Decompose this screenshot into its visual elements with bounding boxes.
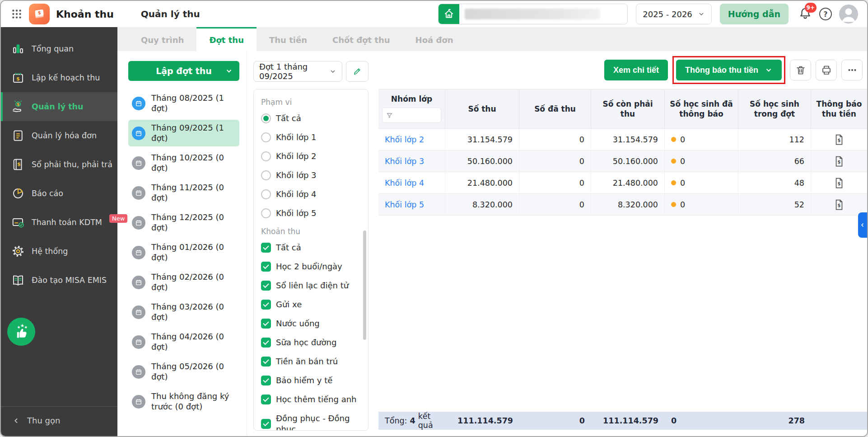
- month-item[interactable]: Tháng 10/2025 (0 đợt): [128, 150, 239, 176]
- month-item[interactable]: Thu không đăng ký trước (0 đợt): [128, 388, 239, 415]
- group-link[interactable]: Khối lớp 4: [385, 179, 424, 188]
- notifications-button[interactable]: 9+: [798, 6, 812, 22]
- sidebar-item-thanh-toan-kdtm[interactable]: Thanh toán KDTM New: [1, 208, 117, 237]
- notify-payment-label: Thông báo thu tiền: [685, 66, 758, 75]
- notify-payment-button[interactable]: Thông báo thu tiền: [676, 60, 782, 80]
- print-button[interactable]: [816, 60, 837, 80]
- edit-batch-button[interactable]: [346, 61, 369, 82]
- fee-checkbox-option[interactable]: Học 2 buổi/ngày: [261, 261, 362, 272]
- sidebar-item-dao-tao-misa-emis[interactable]: Đào tạo MISA EMIS: [1, 266, 117, 295]
- sidebar-item-bao-cao[interactable]: Báo cáo: [1, 179, 117, 208]
- scope-group-label: Phạm vi: [261, 98, 362, 107]
- month-item[interactable]: Tháng 05/2026 (0 đợt): [128, 358, 239, 385]
- sidebar-collapse-button[interactable]: Thu gọn: [1, 406, 117, 436]
- payment-notice-icon[interactable]: $: [833, 155, 845, 168]
- svg-text:$: $: [838, 203, 841, 208]
- con-phai-thu-cell: 50.160.000: [591, 150, 665, 172]
- month-item[interactable]: Tháng 04/2026 (0 đợt): [128, 329, 239, 355]
- scope-radio-option[interactable]: Tất cả: [261, 113, 362, 124]
- scope-radio-option[interactable]: Khối lớp 2: [261, 151, 362, 162]
- checkbox-label: Gửi xe: [276, 299, 302, 310]
- tab-strip: Quy trình Đợt thu Thu tiền Chốt đợt thu …: [117, 27, 867, 51]
- radio-label: Tất cả: [276, 113, 301, 124]
- tab-hoa-don[interactable]: Hoá đơn: [403, 27, 466, 51]
- calendar-icon: [132, 127, 145, 140]
- panel-collapse-tab[interactable]: [858, 212, 867, 238]
- month-item[interactable]: Tháng 03/2026 (0 đợt): [128, 299, 239, 325]
- fee-checkbox-option[interactable]: Gửi xe: [261, 299, 362, 310]
- month-item-label: Tháng 10/2025 (0 đợt): [151, 153, 236, 173]
- table-body: Khối lớp 2 31.154.579 0 31.154.579 0 112: [378, 129, 867, 216]
- radio-icon: [261, 113, 271, 123]
- table-row: Khối lớp 2 31.154.579 0 31.154.579 0 112: [378, 129, 867, 150]
- fee-checkbox-option[interactable]: Đồng phục - Đồng phục: [261, 413, 362, 431]
- fee-checkbox-option[interactable]: Sữa học đường: [261, 337, 362, 348]
- month-item[interactable]: Tháng 09/2025 (1 đợt): [128, 120, 239, 146]
- guide-button[interactable]: Hướng dẫn: [720, 4, 789, 24]
- tab-quy-trinh[interactable]: Quy trình: [128, 27, 196, 51]
- group-filter-input[interactable]: [382, 108, 441, 123]
- month-item[interactable]: Tháng 11/2025 (0 đợt): [128, 179, 239, 206]
- fee-checkbox-option[interactable]: Học thêm tiếng anh: [261, 394, 362, 405]
- sidebar-item-quan-ly-hoa-don[interactable]: Quản lý hóa đơn: [1, 121, 117, 150]
- sidebar-item-so-phai-thu-phai-tra[interactable]: $ Sổ phải thu, phải trả: [1, 150, 117, 179]
- group-link[interactable]: Khối lớp 5: [385, 200, 424, 209]
- school-selector[interactable]: [438, 4, 628, 24]
- tab-chot-dot-thu[interactable]: Chốt đợt thu: [320, 27, 403, 51]
- checkbox-checked-icon: [261, 262, 271, 272]
- filter-scrollbar-thumb[interactable]: [363, 230, 366, 340]
- delete-button[interactable]: [790, 60, 811, 80]
- school-year-select[interactable]: 2025 - 2026: [636, 4, 712, 24]
- month-item[interactable]: Tháng 01/2026 (0 đợt): [128, 239, 239, 266]
- tab-dot-thu[interactable]: Đợt thu: [196, 27, 257, 51]
- sidebar-item-tong-quan[interactable]: Tổng quan: [1, 34, 117, 63]
- fee-checkbox-option[interactable]: Tất cả: [261, 242, 362, 253]
- payment-notice-icon[interactable]: $: [833, 177, 845, 189]
- svg-text:★: ★: [24, 325, 28, 329]
- group-link[interactable]: Khối lớp 3: [385, 157, 424, 166]
- group-link[interactable]: Khối lớp 2: [385, 135, 424, 144]
- batch-select[interactable]: Đợt 1 tháng 09/2025: [253, 61, 342, 82]
- sidebar-item-he-thong[interactable]: Hệ thống: [1, 237, 117, 266]
- view-detail-button[interactable]: Xem chi tiết: [604, 60, 668, 80]
- sidebar-item-label: Hệ thống: [32, 247, 68, 256]
- scope-radio-option[interactable]: Khối lớp 3: [261, 170, 362, 181]
- scope-radio-option[interactable]: Khối lớp 4: [261, 189, 362, 200]
- fee-checkbox-option[interactable]: Bảo hiểm y tế: [261, 375, 362, 386]
- so-da-thu-cell: 0: [519, 129, 591, 150]
- con-phai-thu-cell: 8.320.000: [591, 194, 665, 215]
- gear-icon: [11, 244, 25, 258]
- scope-radio-option[interactable]: Khối lớp 5: [261, 208, 362, 219]
- month-item[interactable]: Tháng 08/2025 (1 đợt): [128, 90, 239, 117]
- sidebar-item-label: Báo cáo: [32, 189, 63, 198]
- checkbox-label: Sổ liên lạc điện tử: [276, 280, 349, 291]
- footer-notified: 0: [665, 412, 738, 430]
- table-row: Khối lớp 5 8.320.000 0 8.320.000 0 52: [378, 194, 867, 216]
- open-book-icon: [11, 273, 25, 287]
- fee-checkbox-option[interactable]: Tiền ăn bán trú: [261, 356, 362, 367]
- fee-checkbox-option[interactable]: Nước uống: [261, 318, 362, 329]
- user-avatar[interactable]: [839, 5, 858, 23]
- students-cell: 52: [738, 194, 811, 215]
- sidebar-item-label: Tổng quan: [32, 44, 74, 53]
- create-batch-button[interactable]: Lập đợt thu: [128, 61, 239, 81]
- help-button[interactable]: ?: [819, 8, 832, 20]
- checkbox-label: Học thêm tiếng anh: [276, 394, 357, 405]
- month-panel: Lập đợt thu Tháng 08/2025 (1 đợt): [117, 51, 247, 436]
- app-grid-icon[interactable]: [10, 7, 23, 21]
- month-item-label: Tháng 04/2026 (0 đợt): [151, 332, 236, 352]
- feedback-thumbs-up-button[interactable]: ★ ★ ★: [7, 318, 35, 346]
- fee-checkbox-option[interactable]: Sổ liên lạc điện tử: [261, 280, 362, 291]
- more-actions-button[interactable]: [841, 60, 863, 80]
- payment-notice-icon[interactable]: $: [833, 198, 845, 211]
- sidebar-item-quan-ly-thu[interactable]: $ Quản lý thu: [1, 92, 117, 121]
- sidebar-item-label: Quản lý hóa đơn: [32, 131, 97, 140]
- tab-thu-tien[interactable]: Thu tiền: [257, 27, 320, 51]
- sidebar-item-lap-ke-hoach-thu[interactable]: $ Lập kế hoạch thu: [1, 63, 117, 92]
- ledger-icon: $: [11, 157, 25, 172]
- month-item[interactable]: Tháng 02/2026 (0 đợt): [128, 269, 239, 296]
- payment-notice-icon[interactable]: $: [833, 133, 845, 146]
- month-item[interactable]: Tháng 12/2025 (0 đợt): [128, 209, 239, 236]
- scope-radio-option[interactable]: Khối lớp 1: [261, 132, 362, 143]
- page-title: Quản lý thu: [141, 9, 200, 19]
